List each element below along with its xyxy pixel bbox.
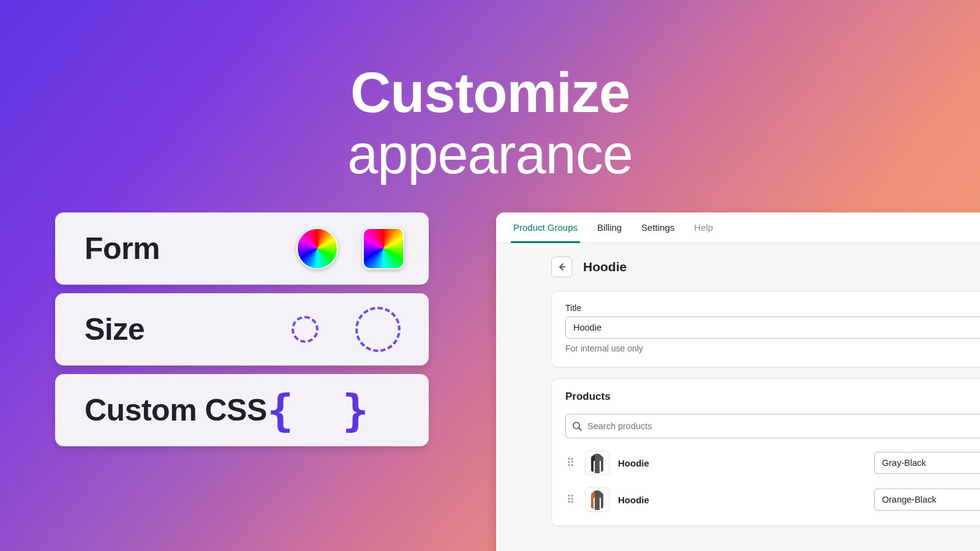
- product-search-input[interactable]: [587, 421, 980, 431]
- product-row: ⠿ Hoodie Gray-Black: [565, 451, 980, 475]
- size-large-icon: [355, 307, 401, 352]
- card-form-label: Form: [85, 231, 296, 266]
- title-hint: For internal use only: [565, 343, 980, 353]
- tab-settings[interactable]: Settings: [631, 212, 684, 242]
- products-heading: Products: [565, 391, 980, 403]
- drag-handle-icon[interactable]: ⠿: [565, 460, 576, 466]
- search-icon: [572, 421, 582, 432]
- card-custom-css: Custom CSS { }: [55, 374, 429, 446]
- tab-billing[interactable]: Billing: [587, 212, 631, 242]
- title-panel: Title For internal use only: [551, 291, 980, 367]
- card-size: Size: [55, 293, 429, 365]
- braces-icon: { }: [267, 388, 404, 432]
- product-name: Hoodie: [618, 495, 865, 505]
- arrow-left-icon: [557, 262, 567, 272]
- size-small-icon: [292, 316, 318, 343]
- title-input[interactable]: [565, 317, 980, 339]
- color-wheel-square-icon: [363, 228, 404, 269]
- tab-product-groups[interactable]: Product Groups: [503, 212, 587, 242]
- hoodie-icon: [588, 452, 606, 473]
- app-window: Product Groups Billing Settings Help Hoo…: [496, 212, 980, 551]
- page-title: Hoodie: [583, 260, 627, 274]
- hero-title: Customize: [0, 64, 980, 121]
- hero: Customize appearance: [0, 64, 980, 186]
- hoodie-icon: [588, 489, 606, 510]
- feature-cards: Form Size Custom CSS { }: [55, 212, 429, 446]
- variant-select[interactable]: Orange-Black: [874, 489, 980, 511]
- title-field-label: Title: [565, 303, 980, 313]
- products-panel: Products ⠿ Hoodie: [551, 378, 980, 526]
- product-row: ⠿ Hoodie Orange-Black: [565, 487, 980, 512]
- tab-bar: Product Groups Billing Settings Help: [496, 212, 980, 243]
- variant-select[interactable]: Gray-Black: [874, 452, 980, 474]
- card-size-label: Size: [85, 312, 292, 347]
- hero-subtitle: appearance: [0, 123, 980, 186]
- card-css-label: Custom CSS: [85, 392, 267, 428]
- product-thumb: [585, 451, 609, 475]
- page-header: Hoodie: [551, 257, 980, 277]
- product-thumb: [585, 487, 609, 512]
- color-wheel-circle-icon: [296, 228, 338, 269]
- tab-help[interactable]: Help: [684, 212, 723, 242]
- card-form: Form: [55, 212, 429, 285]
- product-search[interactable]: [565, 414, 980, 438]
- product-name: Hoodie: [618, 458, 865, 468]
- back-button[interactable]: [551, 257, 572, 277]
- drag-handle-icon[interactable]: ⠿: [565, 497, 576, 503]
- svg-line-2: [579, 428, 581, 430]
